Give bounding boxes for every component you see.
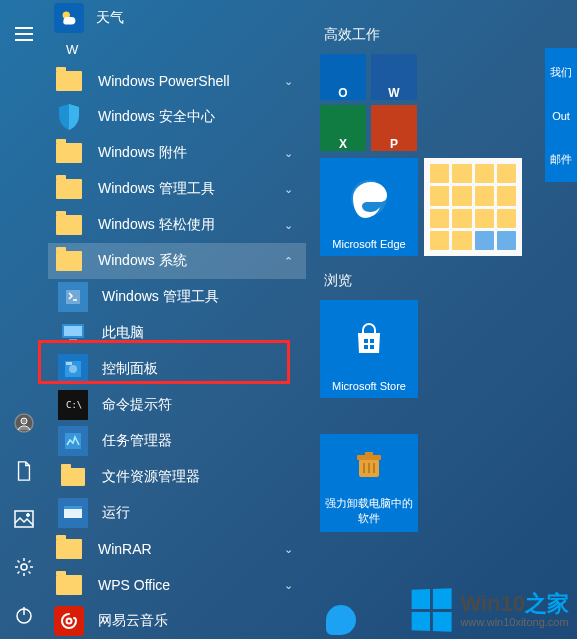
- svg-rect-19: [64, 506, 82, 509]
- documents-button[interactable]: [0, 447, 48, 495]
- pictures-button[interactable]: [0, 495, 48, 543]
- netease-music-icon: [54, 606, 84, 636]
- app-label: Windows 管理工具: [98, 180, 256, 198]
- app-item-accessories[interactable]: Windows 附件 ⌄: [48, 135, 306, 171]
- app-item-ease[interactable]: Windows 轻松使用 ⌄: [48, 207, 306, 243]
- letter-header-w[interactable]: W: [48, 36, 306, 63]
- app-label: 此电脑: [102, 324, 306, 342]
- app-label: Windows 管理工具: [102, 288, 306, 306]
- app-label: 网易云音乐: [98, 612, 306, 630]
- folder-icon: [54, 570, 84, 600]
- group-title-browse[interactable]: 浏览: [324, 272, 577, 290]
- app-label: Windows 轻松使用: [98, 216, 256, 234]
- svg-rect-18: [64, 508, 82, 518]
- tile-label: 强力卸载电脑中的软件: [320, 496, 418, 526]
- svg-rect-14: [66, 362, 72, 365]
- power-button[interactable]: [0, 591, 48, 639]
- app-label: Windows 系统: [98, 252, 256, 270]
- app-item-admintools[interactable]: Windows 管理工具 ⌄: [48, 171, 306, 207]
- app-label: WinRAR: [98, 541, 256, 557]
- task-manager-icon: [58, 426, 88, 456]
- sub-item-taskmgr[interactable]: 任务管理器: [48, 423, 306, 459]
- svg-rect-25: [370, 345, 374, 349]
- app-label: 命令提示符: [102, 396, 306, 414]
- app-label: Windows 安全中心: [98, 108, 306, 126]
- sub-item-run[interactable]: 运行: [48, 495, 306, 531]
- svg-rect-10: [69, 339, 77, 341]
- weather-icon: [54, 3, 84, 33]
- control-panel-icon: [58, 354, 88, 384]
- admin-tools-icon: [58, 282, 88, 312]
- settings-button[interactable]: [0, 543, 48, 591]
- svg-text:C:\: C:\: [66, 400, 82, 410]
- app-item-wps[interactable]: WPS Office ⌄: [48, 567, 306, 603]
- folder-icon: [54, 534, 84, 564]
- svg-rect-11: [67, 341, 79, 343]
- app-item-powershell[interactable]: Windows PowerShell ⌄: [48, 63, 306, 99]
- tile-label: Microsoft Edge: [328, 238, 409, 250]
- chevron-down-icon: ⌄: [270, 543, 306, 556]
- app-item-netease[interactable]: 网易云音乐: [48, 603, 306, 639]
- chevron-up-icon: ⌃: [270, 255, 306, 268]
- tile-word[interactable]: W: [371, 54, 417, 100]
- svg-rect-9: [64, 326, 82, 336]
- sub-item-cmd[interactable]: C:\ 命令提示符: [48, 387, 306, 423]
- edge-icon: [347, 158, 391, 238]
- user-account-button[interactable]: [0, 399, 48, 447]
- svg-rect-28: [365, 452, 373, 456]
- app-list: 天气 W Windows PowerShell ⌄ Windows 安全中心 W…: [48, 0, 306, 639]
- tile-folder-preview[interactable]: [424, 158, 522, 256]
- app-item-system[interactable]: Windows 系统 ⌃: [48, 243, 306, 279]
- tile-powerpoint[interactable]: P: [371, 105, 417, 151]
- start-left-rail: [0, 0, 48, 639]
- run-icon: [58, 498, 88, 528]
- svg-rect-7: [66, 290, 80, 304]
- tile-store[interactable]: Microsoft Store: [320, 300, 418, 398]
- tile-edge[interactable]: Microsoft Edge: [320, 158, 418, 256]
- file-explorer-icon: [58, 462, 88, 492]
- folder-icon: [54, 174, 84, 204]
- svg-rect-23: [370, 339, 374, 343]
- svg-point-13: [69, 365, 77, 373]
- tile-partial-3[interactable]: 邮件: [545, 136, 577, 182]
- app-label: WPS Office: [98, 577, 256, 593]
- svg-point-20: [67, 619, 72, 624]
- sub-item-controlpanel[interactable]: 控制面板: [48, 351, 306, 387]
- sub-item-explorer[interactable]: 文件资源管理器: [48, 459, 306, 495]
- svg-point-1: [21, 418, 27, 424]
- svg-rect-22: [364, 339, 368, 343]
- store-icon: [350, 300, 388, 380]
- folder-icon: [54, 66, 84, 96]
- tile-uninstall[interactable]: 强力卸载电脑中的软件: [320, 434, 418, 532]
- app-item-weather[interactable]: 天气: [48, 0, 306, 36]
- tile-label: Microsoft Store: [328, 380, 410, 392]
- svg-point-3: [27, 514, 30, 517]
- chevron-down-icon: ⌄: [270, 579, 306, 592]
- app-label: Windows 附件: [98, 144, 256, 162]
- app-item-security[interactable]: Windows 安全中心: [48, 99, 306, 135]
- cmd-icon: C:\: [58, 390, 88, 420]
- svg-point-4: [21, 564, 27, 570]
- app-label: Windows PowerShell: [98, 73, 256, 89]
- hamburger-button[interactable]: [0, 10, 48, 58]
- app-label: 天气: [96, 9, 306, 27]
- app-label: 文件资源管理器: [102, 468, 306, 486]
- sub-item-thispc[interactable]: 此电脑: [48, 315, 306, 351]
- right-tile-strip: 我们 Out 邮件: [545, 48, 577, 182]
- tile-partial-1[interactable]: 我们: [545, 48, 577, 96]
- group-title-productivity[interactable]: 高效工作: [324, 26, 577, 44]
- app-label: 运行: [102, 504, 306, 522]
- windows-logo-icon: [412, 588, 452, 631]
- shield-icon: [54, 102, 84, 132]
- chevron-down-icon: ⌄: [270, 219, 306, 232]
- tile-outlook[interactable]: O: [320, 54, 366, 100]
- sub-item-admintools[interactable]: Windows 管理工具: [48, 279, 306, 315]
- tile-partial-2[interactable]: Out: [545, 96, 577, 136]
- svg-rect-24: [364, 345, 368, 349]
- watermark: Win10之家 www.win10xitong.com: [410, 589, 569, 631]
- tiles-panel: 高效工作 O W X P 我们 Out 邮件 Microsoft Edge: [306, 0, 577, 639]
- app-label: 控制面板: [102, 360, 306, 378]
- tile-excel[interactable]: X: [320, 105, 366, 151]
- app-item-winrar[interactable]: WinRAR ⌄: [48, 531, 306, 567]
- uninstall-icon: [351, 434, 387, 496]
